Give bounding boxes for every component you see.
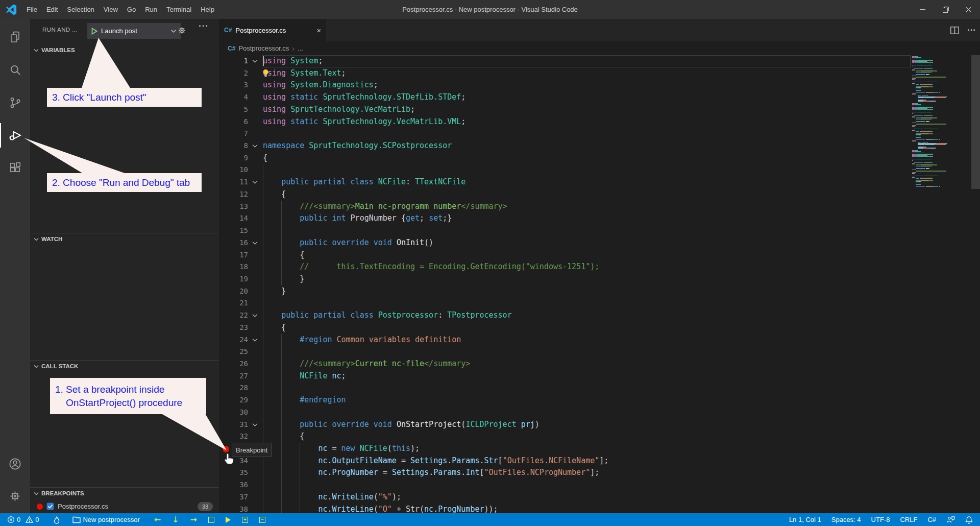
- minimap[interactable]: [911, 55, 971, 513]
- menu-edit[interactable]: Edit: [42, 0, 62, 19]
- line-number[interactable]: 4: [219, 91, 248, 104]
- line-number[interactable]: 5: [219, 104, 248, 116]
- step-back-icon[interactable]: ←: [154, 516, 161, 524]
- fold-chevron-icon[interactable]: [251, 55, 258, 65]
- line-number[interactable]: 9: [219, 152, 248, 164]
- menu-terminal[interactable]: Terminal: [162, 0, 196, 19]
- line-number[interactable]: 11: [219, 176, 248, 188]
- line-number[interactable]: 30: [219, 407, 248, 419]
- tab-close-icon[interactable]: ×: [316, 26, 321, 35]
- close-icon[interactable]: [957, 0, 980, 19]
- section-watch[interactable]: WATCH: [30, 233, 219, 245]
- line-number[interactable]: 24: [219, 334, 248, 346]
- restore-icon[interactable]: [934, 0, 957, 19]
- menu-go[interactable]: Go: [122, 0, 140, 19]
- section-variables[interactable]: VARIABLES: [30, 44, 219, 56]
- line-number[interactable]: 18: [219, 261, 248, 273]
- line-number[interactable]: 17: [219, 249, 248, 261]
- line-number[interactable]: 31: [219, 419, 248, 431]
- line-number[interactable]: 14: [219, 212, 248, 225]
- code-editor[interactable]: 1234567891011121314151617181920212223242…: [219, 55, 980, 513]
- line-number[interactable]: 7: [219, 128, 248, 140]
- line-number[interactable]: 23: [219, 322, 248, 334]
- workspace-folder-status[interactable]: New postprocessor: [72, 516, 139, 523]
- line-number[interactable]: 36: [219, 479, 248, 491]
- line-number[interactable]: 27: [219, 370, 248, 382]
- configure-gear-icon[interactable]: [177, 26, 187, 37]
- language-mode-status[interactable]: C#: [927, 516, 936, 523]
- line-number[interactable]: 6: [219, 116, 248, 128]
- fold-chevron-icon[interactable]: [251, 309, 258, 320]
- line-number[interactable]: 12: [219, 188, 248, 201]
- minimize-icon[interactable]: [911, 0, 934, 19]
- line-number[interactable]: 15: [219, 225, 248, 237]
- menu-run[interactable]: Run: [140, 0, 162, 19]
- step-over-icon[interactable]: →: [190, 516, 197, 524]
- fold-chevron-icon[interactable]: [251, 237, 258, 247]
- line-number[interactable]: 20: [219, 285, 248, 298]
- run-play-icon[interactable]: [226, 517, 231, 523]
- menu-help[interactable]: Help: [196, 0, 219, 19]
- line-number[interactable]: 1: [219, 55, 248, 67]
- line-number[interactable]: 37: [219, 491, 248, 504]
- line-number[interactable]: 28: [219, 382, 248, 394]
- cursor-position-status[interactable]: Ln 1, Col 1: [789, 516, 821, 523]
- line-number[interactable]: 21: [219, 297, 248, 309]
- extensions-icon[interactable]: [0, 154, 30, 182]
- indentation-status[interactable]: Spaces: 4: [831, 516, 861, 523]
- line-number[interactable]: 16: [219, 237, 248, 249]
- fold-chevron-icon[interactable]: [251, 334, 258, 344]
- launch-configuration-button[interactable]: Launch post: [87, 23, 181, 39]
- encoding-status[interactable]: UTF-8: [871, 516, 890, 523]
- zoom-out-icon[interactable]: −: [259, 517, 265, 523]
- line-number[interactable]: 13: [219, 201, 248, 213]
- feedback-icon[interactable]: [946, 516, 955, 523]
- menu-file[interactable]: File: [22, 0, 42, 19]
- views-more-actions-icon[interactable]: ···: [199, 21, 209, 31]
- line-number[interactable]: 38: [219, 504, 248, 513]
- section-breakpoints[interactable]: BREAKPOINTS: [30, 487, 219, 499]
- menu-selection[interactable]: Selection: [62, 0, 99, 19]
- line-number[interactable]: 35: [219, 467, 248, 479]
- stop-square-icon[interactable]: [208, 517, 214, 523]
- breakpoint-list-item[interactable]: Postprocessor.cs 33: [30, 500, 219, 512]
- fold-chevron-icon[interactable]: [251, 419, 258, 429]
- run-and-debug-icon[interactable]: [0, 121, 30, 150]
- line-number[interactable]: 19: [219, 273, 248, 285]
- split-editor-icon[interactable]: [950, 27, 959, 34]
- explorer-icon[interactable]: [0, 23, 30, 52]
- tab-postprocessor-cs[interactable]: C# Postprocessor.cs ×: [219, 19, 326, 41]
- accounts-icon[interactable]: [0, 449, 30, 478]
- line-number[interactable]: 26: [219, 358, 248, 370]
- source-control-icon[interactable]: [0, 88, 30, 117]
- scrollbar-slider[interactable]: [971, 55, 980, 189]
- breadcrumb-more[interactable]: ...: [298, 44, 303, 52]
- breadcrumb[interactable]: C# Postprocessor.cs › ...: [219, 41, 980, 55]
- settings-gear-icon[interactable]: [0, 482, 30, 510]
- notifications-bell-icon[interactable]: [965, 516, 973, 524]
- fold-chevron-icon[interactable]: [251, 140, 258, 150]
- line-number[interactable]: 8: [219, 140, 248, 152]
- section-call-stack[interactable]: CALL STACK: [30, 360, 219, 372]
- checkbox-checked-icon[interactable]: [46, 503, 54, 510]
- step-into-icon[interactable]: ↓: [172, 516, 179, 524]
- search-icon[interactable]: [0, 56, 30, 84]
- errors-status[interactable]: 0: [7, 516, 20, 523]
- line-number[interactable]: 32: [219, 431, 248, 443]
- line-number[interactable]: 3: [219, 79, 248, 91]
- line-number[interactable]: 2: [219, 67, 248, 80]
- flame-icon[interactable]: [53, 516, 60, 524]
- breadcrumb-file[interactable]: Postprocessor.cs: [238, 44, 289, 52]
- line-number[interactable]: 25: [219, 346, 248, 358]
- more-actions-icon[interactable]: ···: [967, 25, 976, 35]
- eol-status[interactable]: CRLF: [900, 516, 917, 523]
- line-number[interactable]: 10: [219, 164, 248, 176]
- menu-view[interactable]: View: [99, 0, 122, 19]
- breakpoint-dot-icon[interactable]: [223, 446, 229, 452]
- line-number[interactable]: 22: [219, 309, 248, 322]
- warnings-status[interactable]: 0: [26, 516, 39, 523]
- line-number[interactable]: 29: [219, 394, 248, 407]
- lightbulb-icon[interactable]: [262, 69, 270, 80]
- fold-chevron-icon[interactable]: [251, 176, 258, 186]
- zoom-in-icon[interactable]: +: [242, 517, 248, 523]
